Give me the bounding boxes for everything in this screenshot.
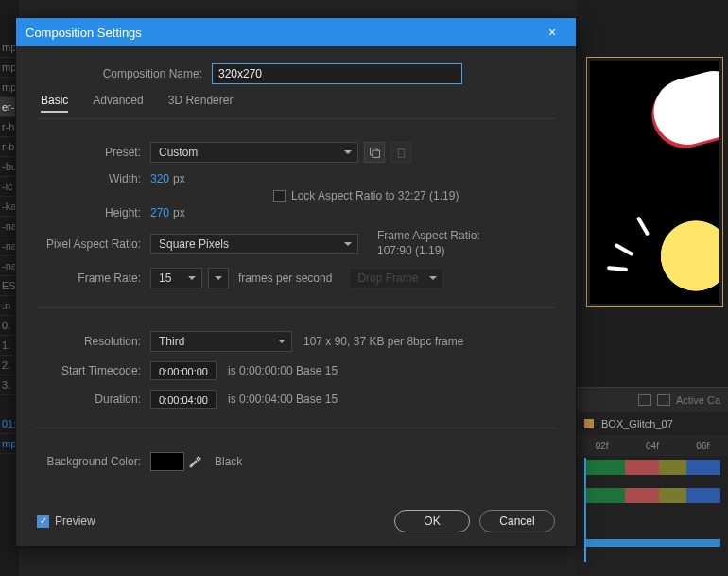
- start-timecode-label: Start Timecode:: [37, 364, 150, 377]
- tabs: Basic Advanced 3D Renderer: [41, 94, 555, 113]
- frame-rate-input[interactable]: 15: [150, 268, 202, 288]
- dialog-titlebar[interactable]: Composition Settings ×: [16, 18, 576, 46]
- width-label: Width:: [37, 172, 150, 185]
- start-timecode-input[interactable]: 0:00:00:00: [150, 361, 217, 380]
- duration-input[interactable]: 0:00:04:00: [150, 390, 217, 409]
- frame-aspect-readout: Frame Aspect Ratio: 107:90 (1.19): [377, 229, 480, 258]
- timeline-track[interactable]: [584, 460, 720, 475]
- duration-label: Duration:: [37, 393, 150, 406]
- resolution-label: Resolution:: [37, 335, 150, 348]
- timeline-fragment: Active Ca BOX_Glitch_07 02f 04f 06f: [577, 387, 728, 576]
- time-ruler[interactable]: 02f 04f 06f: [577, 435, 728, 456]
- tab-basic[interactable]: Basic: [41, 94, 68, 113]
- height-label: Height:: [37, 206, 150, 219]
- timeline-track[interactable]: [584, 488, 720, 503]
- viewer-timeline-fragment: Active Ca BOX_Glitch_07 02f 04f 06f: [577, 0, 728, 576]
- composition-settings-dialog: Composition Settings × Composition Name:…: [15, 17, 577, 547]
- resolution-select[interactable]: Third: [150, 331, 292, 352]
- layer-color-swatch[interactable]: [584, 419, 594, 428]
- background-color-label: Background Color:: [37, 455, 150, 468]
- close-icon[interactable]: ×: [538, 18, 566, 46]
- toolbar-icon[interactable]: [638, 394, 651, 406]
- dialog-title: Composition Settings: [26, 26, 142, 40]
- svg-rect-1: [373, 150, 379, 157]
- composition-name-label: Composition Name:: [37, 67, 212, 80]
- svg-rect-2: [398, 148, 405, 157]
- active-camera-label: Active Ca: [676, 394, 720, 406]
- layer-name[interactable]: BOX_Glitch_07: [601, 418, 673, 429]
- tab-3d-renderer[interactable]: 3D Renderer: [168, 94, 234, 113]
- current-time-indicator[interactable]: [584, 458, 586, 562]
- lock-aspect-label: Lock Aspect Ratio to 32:27 (1.19): [291, 189, 459, 202]
- background-color-name: Black: [215, 455, 242, 468]
- height-value[interactable]: 270: [150, 206, 169, 219]
- frame-rate-dropdown[interactable]: [208, 268, 229, 288]
- preset-select[interactable]: Custom: [150, 142, 358, 163]
- start-timecode-info: is 0:00:00:00 Base 15: [228, 364, 338, 377]
- tab-advanced[interactable]: Advanced: [93, 94, 143, 113]
- width-value[interactable]: 320: [150, 172, 169, 185]
- ok-button[interactable]: OK: [394, 510, 470, 532]
- eyedropper-icon[interactable]: [184, 451, 205, 472]
- composition-name-input[interactable]: [212, 63, 462, 84]
- work-area-bar[interactable]: [584, 539, 720, 547]
- save-preset-icon[interactable]: [364, 142, 385, 163]
- pixel-aspect-select[interactable]: Square Pixels: [150, 234, 358, 254]
- resolution-info: 107 x 90, 37 KB per 8bpc frame: [303, 335, 463, 348]
- toolbar-icon[interactable]: [657, 394, 670, 406]
- composition-preview: [586, 57, 723, 307]
- pixel-aspect-label: Pixel Aspect Ratio:: [37, 237, 150, 251]
- preview-checkbox[interactable]: Preview: [37, 515, 95, 528]
- drop-frame-select: Drop Frame: [349, 268, 443, 288]
- cancel-button[interactable]: Cancel: [479, 510, 555, 532]
- lock-aspect-checkbox[interactable]: Lock Aspect Ratio to 32:27 (1.19): [273, 189, 459, 202]
- preset-label: Preset:: [37, 146, 150, 159]
- background-color-swatch[interactable]: [150, 452, 184, 471]
- duration-info: is 0:00:04:00 Base 15: [228, 393, 338, 406]
- delete-preset-icon: [390, 142, 411, 163]
- frame-rate-label: Frame Rate:: [37, 271, 150, 285]
